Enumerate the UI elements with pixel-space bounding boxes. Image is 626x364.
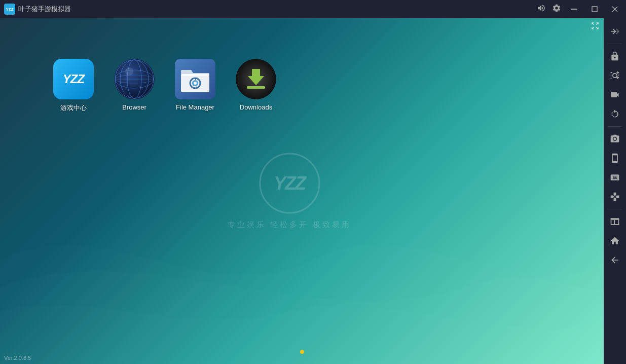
right-sidebar	[604, 18, 626, 364]
sidebar-expand-btn[interactable]	[606, 22, 624, 41]
phone-btn[interactable]	[606, 149, 624, 167]
svg-rect-0	[571, 9, 577, 10]
file-manager-icon	[175, 59, 215, 99]
downloads-icon	[236, 59, 276, 99]
version-label: Ver:2.0.8.5	[4, 355, 31, 361]
app-file-manager[interactable]: File Manager	[172, 59, 218, 111]
volume-icon[interactable]	[537, 4, 546, 15]
sidebar-divider-3	[608, 209, 622, 209]
page-indicator	[300, 350, 304, 354]
sidebar-divider-2	[608, 126, 622, 127]
downloads-label: Downloads	[240, 103, 272, 111]
sidebar-divider-1	[608, 44, 622, 44]
browser-label: Browser	[122, 103, 146, 111]
watermark-tagline: 专业娱乐 轻松多开 极致易用	[228, 220, 351, 230]
maximize-button[interactable]	[587, 2, 602, 16]
gamepad-btn[interactable]	[606, 188, 624, 206]
page-dot-1	[300, 350, 304, 354]
browser-icon	[114, 59, 155, 99]
watermark-logo: YZZ	[259, 153, 320, 214]
game-center-label: 游戏中心	[60, 103, 87, 113]
video-record-btn[interactable]	[606, 86, 624, 104]
svg-rect-17	[247, 86, 265, 89]
app-downloads[interactable]: Downloads	[233, 59, 279, 111]
titlebar-left: YZZ 叶子猪手游模拟器	[4, 4, 71, 15]
app-game-center[interactable]: YZZ 游戏中心	[51, 59, 96, 113]
game-center-icon: YZZ	[53, 59, 94, 99]
svg-point-14	[194, 82, 197, 85]
keyboard-btn[interactable]	[606, 168, 624, 187]
settings-icon[interactable]	[552, 4, 561, 15]
screenshot-sidebar-btn[interactable]	[606, 66, 624, 85]
multi-window-btn[interactable]	[606, 212, 624, 231]
apk-install-btn[interactable]	[606, 47, 624, 65]
file-manager-label: File Manager	[176, 103, 214, 111]
minimize-button[interactable]	[567, 2, 581, 16]
svg-rect-1	[592, 7, 597, 12]
main-layout: YZZ 游戏中心	[0, 18, 626, 364]
titlebar-title: 叶子猪手游模拟器	[18, 5, 71, 14]
back-btn[interactable]	[606, 251, 624, 269]
apps-grid: YZZ 游戏中心	[51, 59, 279, 113]
svg-point-9	[125, 67, 133, 76]
center-watermark: YZZ 专业娱乐 轻松多开 极致易用	[228, 153, 351, 230]
titlebar: YZZ 叶子猪手游模拟器	[0, 0, 626, 18]
fullscreen-button[interactable]	[591, 21, 600, 32]
app-browser[interactable]: Browser	[112, 59, 157, 111]
titlebar-controls	[537, 2, 622, 16]
rotate-btn[interactable]	[606, 105, 624, 123]
close-button[interactable]	[608, 2, 622, 16]
emulator-screen: YZZ 游戏中心	[0, 18, 604, 364]
home-btn[interactable]	[606, 232, 624, 250]
app-logo: YZZ	[4, 4, 15, 15]
camera-btn[interactable]	[606, 130, 624, 148]
